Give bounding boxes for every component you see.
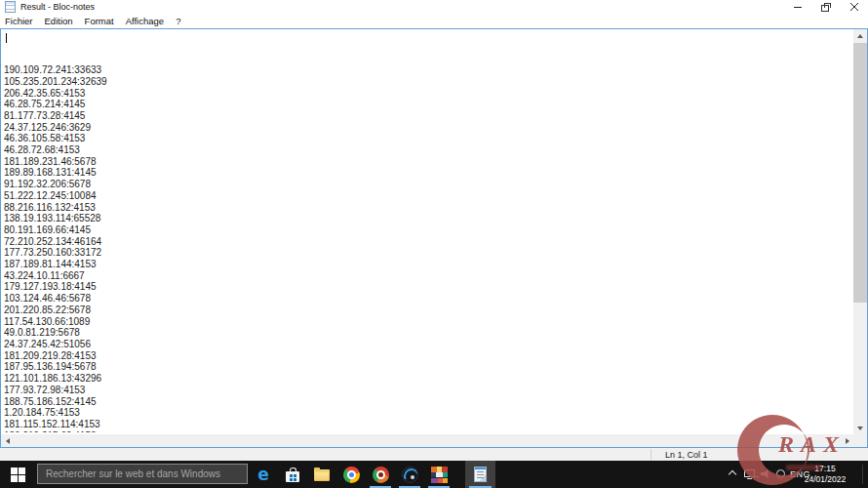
editor-line: 187.189.81.144:4153 (4, 259, 850, 270)
editor-line: 80.191.169.66:4145 (4, 224, 850, 236)
desktop: Result - Bloc-notes Fichier Edition Form… (0, 0, 868, 488)
windows-store-icon (286, 471, 299, 482)
taskbar-chrome-modified-icon[interactable] (366, 461, 395, 488)
editor-line: 72.210.252.134:46164 (4, 236, 850, 248)
editor-line: 181.209.219.28:4153 (4, 350, 850, 362)
tray-time: 17:15 (802, 464, 848, 474)
editor-line: 24.37.245.42:51056 (4, 339, 850, 350)
editor-line: 177.73.250.160:33172 (4, 247, 850, 259)
tray-app-circle-icon[interactable] (776, 469, 785, 478)
horizontal-scrollbar[interactable] (1, 434, 853, 447)
taskbar: e ENG 17:15 24/01/2022 (0, 461, 868, 488)
window-title: Result - Bloc-notes (20, 2, 95, 12)
restore-button[interactable] (811, 0, 840, 14)
editor-line: 117.54.130.66:1089 (4, 316, 850, 328)
editor-line: 190.109.72.241:33633 (4, 64, 850, 76)
menu-bar: Fichier Edition Format Affichage ? (0, 14, 868, 28)
editor-text[interactable]: 190.109.72.241:33633105.235.201.234:3263… (4, 30, 850, 432)
editor-line: 186.219.215.69:4153 (4, 430, 850, 432)
editor-line: 138.19.193.114:65528 (4, 213, 850, 224)
file-explorer-icon (314, 469, 330, 481)
editor-area[interactable]: 190.109.72.241:33633105.235.201.234:3263… (0, 28, 868, 448)
clock[interactable]: 17:15 24/01/2022 (802, 464, 848, 485)
editor-line: 206.42.35.65:4153 (4, 88, 850, 100)
editor-line: 189.89.168.131:4145 (4, 167, 850, 179)
menu-help[interactable]: ? (170, 16, 186, 26)
editor-line: 43.224.10.11:6667 (4, 270, 850, 282)
taskbar-search-input[interactable] (37, 464, 248, 484)
chrome-icon (343, 467, 360, 483)
taskbar-store-icon[interactable] (278, 461, 307, 488)
editor-line: 88.216.116.132:4153 (4, 202, 850, 214)
windows-logo-icon (11, 468, 25, 482)
menu-fichier[interactable]: Fichier (0, 16, 39, 26)
scroll-up-button[interactable] (853, 29, 867, 42)
cursor-position: Ln 1, Col 1 (665, 450, 708, 460)
minimize-button[interactable] (783, 0, 811, 14)
restore-icon (821, 5, 829, 12)
arrow-down-icon (857, 427, 863, 430)
taskbar-edge-icon[interactable]: e (249, 461, 278, 488)
editor-line: 24.37.125.246:3629 (4, 122, 850, 134)
editor-line: 105.235.201.234:32639 (4, 76, 850, 88)
editor-line: 91.192.32.206:5678 (4, 179, 850, 190)
close-icon (850, 3, 858, 11)
tray-date: 24/01/2022 (802, 474, 848, 485)
scroll-down-button[interactable] (853, 422, 867, 434)
menu-format[interactable]: Format (79, 16, 120, 26)
editor-line: 187.95.136.194:5678 (4, 361, 850, 373)
editor-line: 1.20.184.75:4153 (4, 407, 850, 419)
editor-line: 188.75.186.152:4145 (4, 396, 850, 408)
pixel-art-app-icon (431, 467, 448, 483)
vertical-scroll-thumb[interactable] (853, 43, 867, 303)
arrow-left-icon (6, 438, 10, 444)
vertical-scrollbar[interactable] (853, 29, 867, 434)
notepad-icon (474, 467, 487, 482)
show-desktop-divider[interactable] (862, 465, 863, 484)
volume-icon[interactable] (761, 469, 770, 478)
taskbar-notepad-icon[interactable] (465, 461, 495, 488)
text-caret (6, 33, 7, 43)
window-controls (783, 0, 868, 14)
editor-line: 181.189.231.46:5678 (4, 156, 850, 168)
arrow-right-icon (846, 438, 849, 444)
editor-line: 51.222.12.245:10084 (4, 190, 850, 202)
taskbar-dark-app-icon[interactable] (395, 461, 424, 488)
scroll-left-button[interactable] (1, 434, 14, 447)
editor-line: 81.177.73.28:4145 (4, 110, 850, 122)
editor-line: 103.124.46.46:5678 (4, 293, 850, 305)
editor-line: 177.93.72.98:4153 (4, 385, 850, 396)
editor-line: 201.220.85.22:5678 (4, 305, 850, 316)
tray-expand-chevron-icon[interactable] (729, 470, 736, 478)
editor-line: 46.36.105.58:4153 (4, 133, 850, 144)
taskbar-file-explorer-icon[interactable] (307, 461, 336, 488)
editor-line: 179.127.193.18:4145 (4, 281, 850, 293)
menu-affichage[interactable]: Affichage (120, 16, 170, 26)
notepad-app-icon (5, 1, 16, 13)
minimize-icon (794, 7, 802, 8)
menu-edition[interactable]: Edition (39, 16, 79, 26)
editor-line: 46.28.72.68:4153 (4, 144, 850, 156)
arrow-up-icon (857, 34, 863, 38)
status-bar: Ln 1, Col 1 (0, 448, 868, 461)
editor-line: 181.115.152.114:4153 (4, 419, 850, 430)
taskbar-chrome-icon[interactable] (336, 461, 366, 488)
scroll-right-button[interactable] (841, 434, 853, 447)
chrome-modified-icon (373, 467, 389, 483)
editor-line: 49.0.81.219:5678 (4, 327, 850, 339)
close-button[interactable] (840, 0, 868, 14)
taskbar-pixel-app-icon[interactable] (424, 461, 454, 488)
editor-line: 121.101.186.13:43296 (4, 373, 850, 385)
status-divider (651, 449, 651, 460)
start-button[interactable] (0, 461, 35, 488)
editor-line: 46.28.75.214:4145 (4, 99, 850, 110)
dark-circle-app-icon (402, 467, 418, 483)
edge-icon: e (257, 467, 269, 483)
network-icon[interactable] (744, 469, 755, 477)
scrollbar-corner (853, 434, 867, 447)
title-bar: Result - Bloc-notes (0, 0, 868, 14)
